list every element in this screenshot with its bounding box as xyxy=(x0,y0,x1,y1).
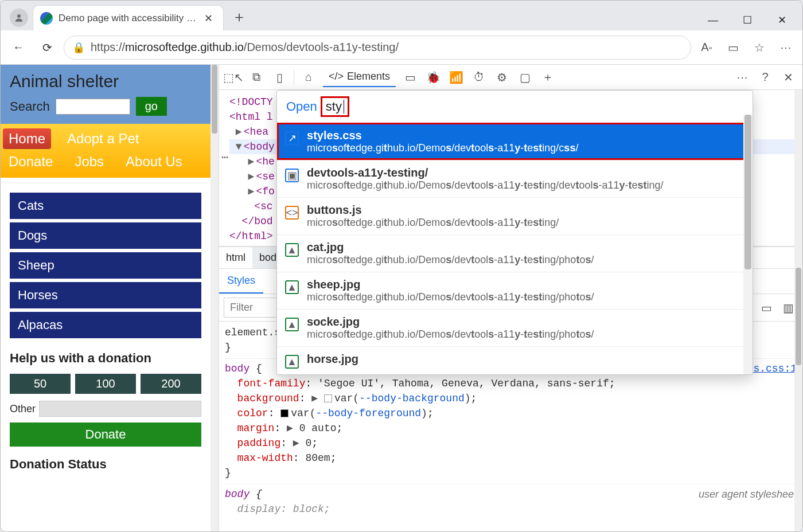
file-path: microsoftedge.github.io/Demos/devtools-a… xyxy=(307,179,664,191)
more-tabs-icon[interactable]: ＋ xyxy=(539,69,556,86)
back-button[interactable]: ← xyxy=(6,36,30,60)
category-item[interactable]: Dogs xyxy=(10,222,201,249)
application-tab-icon[interactable]: ▢ xyxy=(516,69,533,86)
donation-section: Help us with a donation 50 100 200 Other… xyxy=(1,338,211,478)
omnibox[interactable]: 🔒 https://microsoftedge.github.io/Demos/… xyxy=(64,36,691,60)
window-close-button[interactable]: ✕ xyxy=(771,10,792,30)
file-path: microsoftedge.github.io/Demos/devtools-a… xyxy=(307,217,559,229)
dom-more-actions-icon[interactable]: ⋯ xyxy=(221,151,228,166)
memory-tab-icon[interactable]: ⚙ xyxy=(493,69,510,86)
svg-point-0 xyxy=(17,14,21,18)
favorite-icon[interactable]: ☆ xyxy=(751,39,768,56)
other-amount-input[interactable] xyxy=(39,401,201,417)
command-menu-header: Open sty xyxy=(277,91,753,123)
command-menu-item[interactable]: ▲sheep.jpgmicrosoftedge.github.io/Demos/… xyxy=(277,272,753,309)
css-file-icon: ↗ xyxy=(285,131,299,145)
nav-adopt[interactable]: Adopt a Pet xyxy=(61,128,145,149)
search-input[interactable] xyxy=(56,99,130,115)
command-menu-item[interactable]: ▣devtools-a11y-testing/microsoftedge.git… xyxy=(277,160,753,197)
category-item[interactable]: Horses xyxy=(10,282,201,308)
image-file-icon: ▲ xyxy=(285,280,299,294)
content-area: Animal shelter Search go Home Adopt a Pe… xyxy=(1,65,802,531)
primary-nav: Home Adopt a Pet Donate Jobs About Us xyxy=(1,124,211,178)
devtools-toolbar: ⬚↖ ⧉ ▯ ⌂ </>Elements ▭ 🐞 📶 ⏱ ⚙ ▢ ＋ ⋯ ? ✕ xyxy=(219,65,802,90)
nav-about[interactable]: About Us xyxy=(120,151,188,172)
devtools-panel: ⬚↖ ⧉ ▯ ⌂ </>Elements ▭ 🐞 📶 ⏱ ⚙ ▢ ＋ ⋯ ? ✕ xyxy=(219,65,802,531)
read-aloud-icon[interactable]: A» xyxy=(698,39,715,56)
go-button[interactable]: go xyxy=(136,97,167,116)
page-scrollbar[interactable] xyxy=(211,65,219,531)
search-label: Search xyxy=(10,99,50,114)
network-tab-icon[interactable]: 📶 xyxy=(447,69,465,86)
donate-button[interactable]: Donate xyxy=(10,423,201,447)
category-item[interactable]: Cats xyxy=(10,193,201,219)
devtools-scrollbar[interactable] xyxy=(794,90,802,531)
immersive-reader-icon[interactable]: ▭ xyxy=(724,39,742,56)
panel-icon[interactable]: ▯ xyxy=(271,69,288,86)
console-tab-icon[interactable]: ▭ xyxy=(402,69,419,86)
address-bar-row: ← ⟳ 🔒 https://microsoftedge.github.io/De… xyxy=(1,30,802,65)
window-minimize-button[interactable]: — xyxy=(703,10,723,30)
page-title: Animal shelter xyxy=(10,72,201,91)
edge-favicon-icon xyxy=(40,12,53,25)
donation-amount-button[interactable]: 100 xyxy=(75,374,136,394)
donation-heading: Help us with a donation xyxy=(10,351,201,366)
file-path: microsoftedge.github.io/Demos/devtools-a… xyxy=(307,142,578,154)
donation-status-heading: Donation Status xyxy=(10,457,201,472)
browser-tab[interactable]: Demo page with accessibility issu ✕ xyxy=(33,5,224,30)
command-menu-input[interactable]: sty xyxy=(321,96,349,117)
command-menu-item[interactable]: <>buttons.jsmicrosoftedge.github.io/Demo… xyxy=(277,197,753,234)
tab-title: Demo page with accessibility issu xyxy=(59,13,196,24)
crumb-html[interactable]: html xyxy=(219,247,252,268)
profile-button[interactable] xyxy=(10,9,28,27)
elements-tab[interactable]: </>Elements xyxy=(323,67,396,87)
folder-icon: ▣ xyxy=(285,169,299,182)
file-path: microsoftedge.github.io/Demos/devtools-a… xyxy=(307,254,594,266)
nav-home[interactable]: Home xyxy=(3,128,51,149)
inspect-element-icon[interactable]: ⬚↖ xyxy=(225,69,242,86)
rendered-page: Animal shelter Search go Home Adopt a Pe… xyxy=(1,65,219,531)
lock-icon: 🔒 xyxy=(72,41,85,54)
titlebar: Demo page with accessibility issu ✕ ＋ — … xyxy=(1,1,802,30)
category-item[interactable]: Alpacas xyxy=(10,312,201,338)
open-label: Open xyxy=(286,99,317,114)
tab-close-icon[interactable]: ✕ xyxy=(202,11,215,26)
command-menu-item[interactable]: ▲socke.jpgmicrosoftedge.github.io/Demos/… xyxy=(277,309,753,346)
help-icon[interactable]: ? xyxy=(757,69,774,86)
device-toolbar-icon[interactable]: ⧉ xyxy=(248,69,265,86)
performance-tab-icon[interactable]: ⏱ xyxy=(470,69,488,86)
url-text: https://microsoftedge.github.io/Demos/de… xyxy=(91,41,399,54)
file-path: microsoftedge.github.io/Demos/devtools-a… xyxy=(307,291,594,303)
image-file-icon: ▲ xyxy=(285,355,299,369)
command-menu-item[interactable]: ▲horse.jpg xyxy=(277,346,753,374)
command-menu-item[interactable]: ▲cat.jpgmicrosoftedge.github.io/Demos/de… xyxy=(277,234,753,272)
nav-jobs[interactable]: Jobs xyxy=(69,151,110,172)
page-header: Animal shelter Search go xyxy=(1,65,211,124)
category-item[interactable]: Sheep xyxy=(10,252,201,279)
sources-tab-icon[interactable]: 🐞 xyxy=(424,69,442,86)
donation-amount-button[interactable]: 200 xyxy=(141,374,201,394)
file-name: styles.css xyxy=(307,129,578,142)
command-menu-list[interactable]: ↗styles.cssmicrosoftedge.github.io/Demos… xyxy=(277,123,753,374)
other-label: Other xyxy=(10,403,36,415)
command-menu-item[interactable]: ↗styles.cssmicrosoftedge.github.io/Demos… xyxy=(277,123,753,160)
file-name: devtools-a11y-testing/ xyxy=(307,166,664,179)
command-menu-scrollbar[interactable] xyxy=(743,115,753,374)
category-list: Cats Dogs Sheep Horses Alpacas xyxy=(1,178,211,338)
image-file-icon: ▲ xyxy=(285,318,299,331)
devtools-more-icon[interactable]: ⋯ xyxy=(734,69,751,86)
welcome-tab-icon[interactable]: ⌂ xyxy=(300,69,317,86)
file-path: microsoftedge.github.io/Demos/devtools-a… xyxy=(307,328,594,341)
toggle-classes-icon[interactable]: ▭ xyxy=(758,299,775,316)
refresh-button[interactable]: ⟳ xyxy=(35,36,59,60)
file-name: sheep.jpg xyxy=(307,278,594,291)
nav-donate[interactable]: Donate xyxy=(3,151,59,172)
new-tab-button[interactable]: ＋ xyxy=(224,3,255,30)
styles-tab[interactable]: Styles xyxy=(219,269,263,294)
devtools-close-icon[interactable]: ✕ xyxy=(779,69,797,86)
window-maximize-button[interactable]: ☐ xyxy=(737,10,758,30)
settings-more-icon[interactable]: ⋯ xyxy=(777,39,794,56)
window-controls: — ☐ ✕ xyxy=(703,5,802,30)
file-name: socke.jpg xyxy=(307,315,594,328)
donation-amount-button[interactable]: 50 xyxy=(10,374,71,394)
